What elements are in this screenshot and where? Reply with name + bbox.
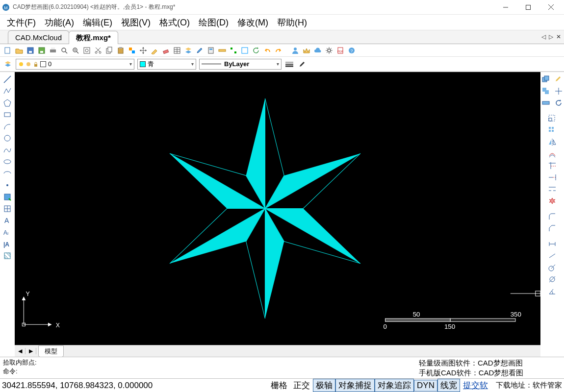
ruler-icon[interactable] bbox=[217, 46, 227, 55]
rectangle-icon[interactable] bbox=[1, 109, 13, 120]
offset-icon[interactable] bbox=[546, 148, 558, 159]
ellipse-arc-icon[interactable] bbox=[1, 168, 13, 179]
lineweight-icon[interactable] bbox=[284, 59, 294, 69]
sync-icon[interactable] bbox=[251, 46, 261, 55]
polygon-icon[interactable] bbox=[1, 98, 13, 108]
insert-block-icon[interactable] bbox=[1, 192, 13, 202]
login-icon[interactable] bbox=[290, 46, 300, 55]
arc-icon[interactable] bbox=[1, 121, 13, 132]
mtext-icon[interactable]: AI bbox=[1, 227, 13, 238]
stretch-icon[interactable] bbox=[540, 98, 552, 108]
explode-icon[interactable] bbox=[546, 196, 558, 206]
preview-icon[interactable] bbox=[59, 46, 69, 55]
vip-icon[interactable] bbox=[302, 46, 311, 55]
zoom-window-icon[interactable] bbox=[71, 46, 80, 55]
grips-icon[interactable] bbox=[229, 46, 238, 55]
undo-icon[interactable] bbox=[262, 46, 272, 55]
osnap-toggle[interactable]: 对象捕捉 bbox=[335, 379, 375, 392]
fillet-icon[interactable] bbox=[546, 211, 558, 222]
copy-entity-icon[interactable] bbox=[540, 74, 552, 85]
block-icon[interactable] bbox=[127, 46, 137, 55]
menu-edit[interactable]: 编辑(E) bbox=[79, 15, 116, 30]
ortho-toggle[interactable]: 正交 bbox=[290, 379, 313, 392]
linetype-dropdown[interactable]: ByLayer ▾ bbox=[199, 59, 282, 70]
dim-linear-icon[interactable] bbox=[546, 239, 558, 249]
text-icon[interactable]: A bbox=[1, 215, 13, 226]
settings-icon[interactable] bbox=[324, 46, 334, 55]
tab-close-icon[interactable]: ✕ bbox=[556, 33, 561, 40]
matchprop-icon[interactable] bbox=[150, 46, 159, 55]
otrack-toggle[interactable]: 对象追踪 bbox=[375, 379, 414, 392]
layers-icon[interactable] bbox=[183, 46, 193, 55]
extend-icon[interactable] bbox=[546, 172, 558, 183]
dim-diameter-icon[interactable] bbox=[546, 274, 558, 285]
clean-icon[interactable] bbox=[240, 46, 250, 55]
menu-modify[interactable]: 修改(M) bbox=[233, 15, 272, 30]
saveas-icon[interactable] bbox=[37, 46, 47, 55]
cloud-icon[interactable] bbox=[313, 46, 323, 55]
help-icon[interactable]: ? bbox=[347, 46, 357, 55]
drawing-canvas[interactable]: Y X 50 350 0 150 bbox=[15, 72, 540, 345]
make-block-icon[interactable] bbox=[1, 203, 13, 214]
polar-toggle[interactable]: 极轴 bbox=[313, 379, 335, 392]
color-dropdown[interactable]: 青 ▾ bbox=[137, 59, 196, 70]
pdf-icon[interactable]: PDF bbox=[335, 46, 345, 55]
array-icon[interactable] bbox=[546, 125, 558, 136]
tab-model[interactable]: 模型 bbox=[38, 345, 64, 357]
menu-view[interactable]: 视图(V) bbox=[117, 15, 154, 30]
paste-icon[interactable] bbox=[116, 46, 126, 55]
move-icon[interactable] bbox=[138, 46, 148, 55]
erase-icon[interactable] bbox=[161, 46, 171, 55]
mtext2-icon[interactable]: |A bbox=[1, 239, 13, 249]
maximize-button[interactable] bbox=[517, 0, 539, 15]
paint-icon[interactable] bbox=[297, 59, 307, 69]
copy2-icon[interactable] bbox=[540, 86, 552, 97]
print-icon[interactable] bbox=[48, 46, 58, 55]
menu-file[interactable]: 文件(F) bbox=[3, 15, 40, 30]
snap-grid-toggle[interactable]: 栅格 bbox=[268, 379, 290, 392]
circle-icon[interactable] bbox=[1, 133, 13, 144]
hatch-icon[interactable] bbox=[1, 250, 13, 261]
mirror-icon[interactable] bbox=[546, 137, 558, 147]
open-icon[interactable] bbox=[14, 46, 24, 55]
copy-icon[interactable] bbox=[104, 46, 114, 55]
chamfer-icon[interactable] bbox=[546, 223, 558, 234]
point-icon[interactable] bbox=[1, 180, 13, 191]
tab-scroll-left-icon[interactable]: ◁ bbox=[541, 33, 546, 40]
new-icon[interactable] bbox=[3, 46, 13, 55]
layer-dropdown[interactable]: 0 ▾ bbox=[16, 59, 134, 70]
erase2-icon[interactable] bbox=[553, 74, 564, 85]
menu-draw[interactable]: 绘图(D) bbox=[195, 15, 232, 30]
trim-icon[interactable] bbox=[546, 160, 558, 171]
layer-manager-icon[interactable] bbox=[3, 59, 13, 69]
layout-next-icon[interactable]: ▶ bbox=[26, 348, 36, 354]
ellipse-icon[interactable] bbox=[1, 156, 13, 167]
download-link[interactable]: 软件管家 bbox=[533, 381, 562, 390]
close-button[interactable] bbox=[539, 0, 562, 15]
dim-aligned-icon[interactable] bbox=[546, 250, 558, 261]
break-icon[interactable] bbox=[546, 184, 558, 195]
menu-function[interactable]: 功能(A) bbox=[41, 15, 78, 30]
cut-icon[interactable] bbox=[93, 46, 103, 55]
scale-icon[interactable] bbox=[546, 113, 558, 124]
tab-tutorial[interactable]: 教程.mxg* bbox=[69, 31, 118, 44]
line-icon[interactable] bbox=[1, 74, 13, 85]
table-icon[interactable] bbox=[172, 46, 182, 55]
layout-prev-icon[interactable]: ◀ bbox=[15, 348, 26, 354]
submit-link[interactable]: 提交软 bbox=[460, 379, 491, 392]
brush-icon[interactable] bbox=[195, 46, 205, 55]
save-icon[interactable] bbox=[26, 46, 35, 55]
dim-angular-icon[interactable] bbox=[546, 286, 558, 296]
move2-icon[interactable] bbox=[553, 86, 564, 97]
command-prompt[interactable]: 命令: bbox=[3, 367, 414, 376]
redo-icon[interactable] bbox=[274, 46, 283, 55]
zoom-all-icon[interactable] bbox=[82, 46, 92, 55]
dim-radius-icon[interactable] bbox=[546, 262, 558, 273]
calc-icon[interactable] bbox=[206, 46, 216, 55]
menu-help[interactable]: 帮助(H) bbox=[273, 15, 311, 30]
tab-cloud[interactable]: CAD.MxCloud bbox=[8, 30, 69, 44]
menu-format[interactable]: 格式(O) bbox=[155, 15, 194, 30]
lineweight-toggle[interactable]: 线宽 bbox=[437, 379, 460, 392]
spline-icon[interactable] bbox=[1, 145, 13, 155]
minimize-button[interactable] bbox=[494, 0, 517, 15]
